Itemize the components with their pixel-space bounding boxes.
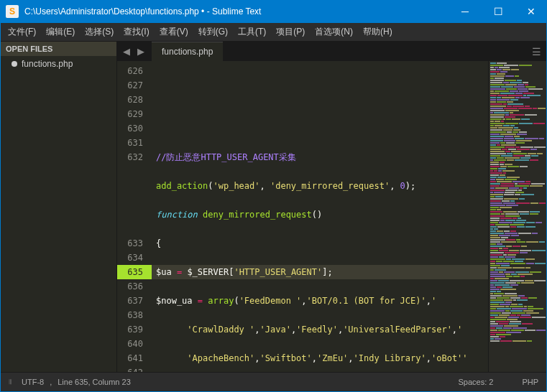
dirty-indicator-icon: [12, 61, 17, 67]
menu-select[interactable]: 选择(S): [80, 23, 119, 41]
grab-icon: ⫴: [9, 378, 12, 386]
sidebar-file-item[interactable]: functions.php: [0, 56, 116, 72]
status-encoding[interactable]: UTF-8: [22, 378, 44, 386]
menu-project[interactable]: 项目(P): [271, 23, 310, 41]
code-content[interactable]: //防止恶意HTTP_USER_AGENT采集 add_action('wp_h…: [152, 61, 488, 372]
tab-menu-icon[interactable]: ☰: [532, 46, 541, 57]
open-files-header: OPEN FILES: [0, 42, 116, 56]
menu-view[interactable]: 查看(V): [155, 23, 193, 41]
menu-file[interactable]: 文件(F): [3, 23, 41, 41]
menu-preferences[interactable]: 首选项(N): [310, 23, 358, 41]
menu-tools[interactable]: 工具(T): [233, 23, 271, 41]
menu-goto[interactable]: 转到(G): [193, 23, 233, 41]
status-position: Line 635, Column 23: [58, 378, 131, 386]
tab-functions[interactable]: functions.php: [152, 42, 223, 61]
tab-prev-icon[interactable]: ◀: [120, 46, 133, 57]
menu-help[interactable]: 帮助(H): [358, 23, 397, 41]
close-button[interactable]: ✕: [521, 6, 541, 17]
status-bar: ⫴ UTF-8, Line 635, Column 23 Spaces: 2 P…: [0, 372, 547, 391]
status-syntax[interactable]: PHP: [522, 378, 538, 386]
tab-bar: ◀ ▶ functions.php ☰: [117, 42, 547, 61]
menu-edit[interactable]: 编辑(E): [41, 23, 80, 41]
maximize-button[interactable]: ☐: [488, 6, 508, 17]
sidebar: OPEN FILES functions.php: [0, 42, 117, 372]
line-gutter: 626627628629630631632 633634 635 6366376…: [117, 61, 152, 372]
status-indent[interactable]: Spaces: 2: [458, 378, 493, 386]
app-logo-icon: S: [6, 5, 19, 18]
code-editor[interactable]: 626627628629630631632 633634 635 6366376…: [117, 61, 547, 372]
menu-bar: 文件(F) 编辑(E) 选择(S) 查找(I) 查看(V) 转到(G) 工具(T…: [0, 23, 547, 42]
minimap[interactable]: // decorative minimap generated inline v…: [488, 61, 547, 372]
active-line-number: 635: [117, 265, 152, 279]
minimize-button[interactable]: ─: [455, 6, 475, 17]
tab-next-icon[interactable]: ▶: [134, 46, 147, 57]
title-bar: S C:\Users\Administrator\Desktop\functio…: [0, 0, 547, 23]
sidebar-file-label: functions.php: [22, 59, 73, 69]
menu-find[interactable]: 查找(I): [119, 23, 154, 41]
window-title: C:\Users\Administrator\Desktop\functions…: [24, 6, 261, 17]
